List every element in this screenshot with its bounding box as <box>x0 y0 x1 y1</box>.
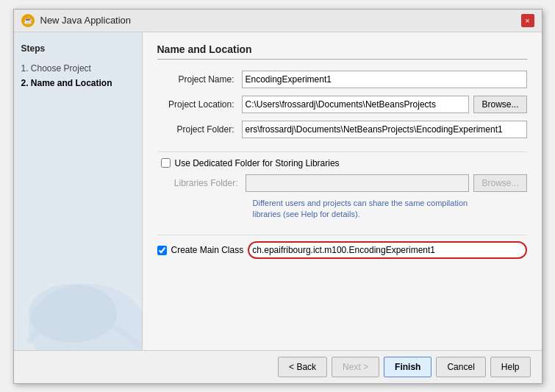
project-location-browse-button[interactable]: Browse... <box>473 96 526 113</box>
close-button[interactable]: × <box>521 14 534 27</box>
create-main-class-checkbox[interactable] <box>157 246 167 255</box>
section-title: Name and Location <box>157 43 527 60</box>
project-location-input[interactable] <box>242 96 470 113</box>
dialog-content: Steps 1. Choose Project 2. Name and Loca… <box>14 32 542 350</box>
sidebar: Steps 1. Choose Project 2. Name and Loca… <box>14 32 143 350</box>
dialog-footer: < Back Next > Finish Cancel Help <box>14 350 542 383</box>
title-bar: ☕ New Java Application × <box>14 10 542 32</box>
project-name-row: Project Name: <box>157 71 527 88</box>
dedicated-folder-row: Use Dedicated Folder for Storing Librari… <box>157 158 527 168</box>
dedicated-folder-checkbox[interactable] <box>161 158 171 168</box>
project-name-input[interactable] <box>242 71 527 88</box>
project-folder-row: Project Folder: <box>157 121 527 138</box>
project-folder-input[interactable] <box>242 121 527 138</box>
project-location-label: Project Location: <box>157 99 242 110</box>
libraries-folder-input[interactable] <box>246 174 470 192</box>
cancel-button[interactable]: Cancel <box>436 357 485 377</box>
libraries-browse-button[interactable]: Browse... <box>473 174 526 192</box>
main-class-input[interactable] <box>248 241 526 259</box>
help-button[interactable]: Help <box>490 357 531 377</box>
project-folder-label: Project Folder: <box>157 124 242 135</box>
project-location-row: Project Location: Browse... <box>157 96 527 113</box>
next-button[interactable]: Next > <box>332 357 379 377</box>
step-name-location: 2. Name and Location <box>21 76 135 90</box>
main-content: Name and Location Project Name: Project … <box>143 32 542 350</box>
step-choose-project: 1. Choose Project <box>21 61 135 76</box>
help-text: Different users and projects can share t… <box>253 198 527 221</box>
main-class-row: Create Main Class <box>157 241 527 259</box>
app-icon: ☕ <box>21 14 35 27</box>
steps-list: 1. Choose Project 2. Name and Location <box>21 61 135 90</box>
back-button[interactable]: < Back <box>278 357 327 377</box>
steps-title: Steps <box>21 43 135 54</box>
divider-2 <box>157 235 527 235</box>
create-main-class-label: Create Main Class <box>171 245 244 255</box>
project-name-label: Project Name: <box>157 74 242 85</box>
dialog-title: New Java Application <box>40 15 132 26</box>
main-class-input-wrapper <box>248 241 526 259</box>
title-bar-left: ☕ New Java Application <box>21 14 132 27</box>
divider-1 <box>157 152 527 152</box>
dedicated-folder-label: Use Dedicated Folder for Storing Librari… <box>175 158 340 168</box>
libraries-folder-label: Libraries Folder: <box>172 178 246 188</box>
finish-button[interactable]: Finish <box>384 357 432 377</box>
watermark-graphic <box>14 262 143 350</box>
new-java-application-dialog: ☕ New Java Application × Steps 1. Choose… <box>13 9 543 384</box>
libraries-folder-row: Libraries Folder: Browse... <box>172 174 527 192</box>
